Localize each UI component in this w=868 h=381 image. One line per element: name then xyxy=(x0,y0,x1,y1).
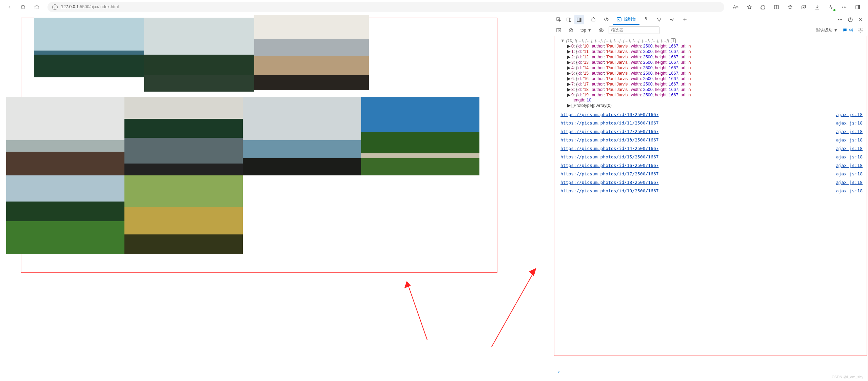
extensions-icon[interactable] xyxy=(757,2,769,13)
log-level-selector[interactable]: 默认级别 ▼ xyxy=(814,26,840,34)
console-settings-icon[interactable] xyxy=(856,25,865,35)
console-url-link[interactable]: https://picsum.photos/id/15/2500/1667 xyxy=(560,155,659,159)
array-summary[interactable]: ▼(10) [{…}, {…}, {…}, {…}, {…}, {…}, {…}… xyxy=(554,38,867,43)
length-line: length: 10 xyxy=(554,98,867,103)
console-url-row-7: https://picsum.photos/id/17/2500/1667aja… xyxy=(554,172,867,176)
console-body: ajax.js:15 ▼(10) [{…}, {…}, {…}, {…}, {…… xyxy=(551,35,868,381)
console-url-link[interactable]: https://picsum.photos/id/10/2500/1667 xyxy=(560,112,659,117)
read-aloud-icon[interactable]: A» xyxy=(730,2,742,13)
source-link[interactable]: ajax.js:18 xyxy=(836,155,863,159)
array-item-4[interactable]: ▶4: {id: '14', author: 'Paul Jarvis', wi… xyxy=(554,65,867,71)
svg-point-14 xyxy=(659,21,659,21)
more-icon[interactable] xyxy=(838,2,850,13)
image-4 xyxy=(124,97,243,175)
collections-icon[interactable] xyxy=(797,2,810,13)
split-screen-icon[interactable] xyxy=(770,2,783,13)
svg-point-21 xyxy=(600,30,602,31)
issues-badge[interactable]: 44 xyxy=(843,28,853,33)
filter-input[interactable] xyxy=(609,26,659,34)
source-link[interactable]: ajax.js:18 xyxy=(836,172,863,176)
svg-point-4 xyxy=(846,7,846,7)
console-sidebar-toggle[interactable] xyxy=(554,25,564,35)
tab-performance[interactable] xyxy=(666,15,678,25)
svg-point-15 xyxy=(838,19,839,20)
tab-elements[interactable] xyxy=(600,15,612,25)
svg-point-22 xyxy=(860,30,861,31)
console-prompt[interactable]: › xyxy=(557,369,560,374)
device-toggle-icon[interactable] xyxy=(564,15,574,24)
array-item-0[interactable]: ▶0: {id: '10', author: 'Paul Jarvis', wi… xyxy=(554,43,867,49)
console-url-row-6: https://picsum.photos/id/16/2500/1667aja… xyxy=(554,163,867,168)
sidebar-toggle-icon[interactable] xyxy=(852,2,864,13)
favorite-icon[interactable] xyxy=(743,2,755,13)
site-info-icon[interactable]: i xyxy=(52,4,58,10)
console-url-link[interactable]: https://picsum.photos/id/17/2500/1667 xyxy=(560,172,659,176)
source-link[interactable]: ajax.js:18 xyxy=(836,163,863,168)
console-url-row-3: https://picsum.photos/id/13/2500/1667aja… xyxy=(554,138,867,142)
prototype-line[interactable]: ▶[[Prototype]]: Array(0) xyxy=(554,103,867,108)
console-url-row-9: https://picsum.photos/id/19/2500/1667aja… xyxy=(554,189,867,193)
browser-toolbar: i 127.0.0.1:5500/ajax/index.html A» xyxy=(0,0,868,14)
image-8 xyxy=(124,175,243,254)
source-link[interactable]: ajax.js:18 xyxy=(836,112,863,117)
console-url-link[interactable]: https://picsum.photos/id/18/2500/1667 xyxy=(560,180,659,185)
back-button[interactable] xyxy=(4,2,15,13)
context-selector[interactable]: top ▼ xyxy=(578,27,594,33)
array-item-8[interactable]: ▶8: {id: '18', author: 'Paul Jarvis', wi… xyxy=(554,87,867,92)
svg-rect-11 xyxy=(579,18,581,21)
home-button[interactable] xyxy=(31,2,42,13)
console-url-row-4: https://picsum.photos/id/14/2500/1667aja… xyxy=(554,146,867,151)
downloads-icon[interactable] xyxy=(811,2,823,13)
tab-welcome[interactable] xyxy=(587,15,599,25)
console-url-link[interactable]: https://picsum.photos/id/14/2500/1667 xyxy=(560,146,659,151)
dock-side-icon[interactable] xyxy=(574,15,584,24)
array-item-1[interactable]: ▶1: {id: '11', author: 'Paul Jarvis', wi… xyxy=(554,49,867,54)
source-link[interactable]: ajax.js:18 xyxy=(836,146,863,151)
array-item-2[interactable]: ▶2: {id: '12', author: 'Paul Jarvis', wi… xyxy=(554,54,867,60)
source-link[interactable]: ajax.js:18 xyxy=(836,138,863,142)
page-viewport: click xyxy=(0,14,551,381)
tab-network[interactable] xyxy=(653,15,665,25)
source-link[interactable]: ajax.js:18 xyxy=(836,180,863,185)
image-2 xyxy=(254,15,369,90)
console-url-link[interactable]: https://picsum.photos/id/12/2500/1667 xyxy=(560,129,659,134)
console-url-link[interactable]: https://picsum.photos/id/16/2500/1667 xyxy=(560,163,659,168)
tab-console[interactable]: 控制台 xyxy=(613,14,639,25)
image-6 xyxy=(361,97,479,175)
array-item-9[interactable]: ▶9: {id: '19', author: 'Paul Jarvis', wi… xyxy=(554,92,867,98)
image-7 xyxy=(6,175,124,254)
devtools-more-icon[interactable] xyxy=(835,15,845,24)
source-link[interactable]: ajax.js:18 xyxy=(836,189,863,193)
console-url-link[interactable]: https://picsum.photos/id/11/2500/1667 xyxy=(560,121,659,125)
favorites-bar-icon[interactable] xyxy=(784,2,796,13)
devtools-panel: 控制台 top ▼ 默认级别 ▼ 44 xyxy=(551,14,868,381)
image-3 xyxy=(6,97,124,175)
console-url-row-0: https://picsum.photos/id/10/2500/1667aja… xyxy=(554,112,867,117)
devtools-help-icon[interactable] xyxy=(846,15,855,24)
svg-rect-12 xyxy=(617,17,621,21)
array-item-7[interactable]: ▶7: {id: '17', author: 'Paul Jarvis', wi… xyxy=(554,81,867,87)
source-link[interactable]: ajax.js:18 xyxy=(836,121,863,125)
source-link[interactable]: ajax.js:18 xyxy=(836,129,863,134)
image-1 xyxy=(144,18,254,92)
url-text: 127.0.0.1:5500/ajax/index.html xyxy=(61,4,119,9)
console-url-link[interactable]: https://picsum.photos/id/19/2500/1667 xyxy=(560,189,659,193)
tab-more[interactable] xyxy=(679,15,691,25)
performance-icon[interactable] xyxy=(825,2,837,13)
address-bar[interactable]: i 127.0.0.1:5500/ajax/index.html xyxy=(47,2,724,12)
live-expression-icon[interactable] xyxy=(596,25,606,35)
console-url-row-1: https://picsum.photos/id/11/2500/1667aja… xyxy=(554,121,867,125)
tab-sources[interactable] xyxy=(640,15,652,25)
devtools-close-icon[interactable] xyxy=(856,15,865,24)
console-url-link[interactable]: https://picsum.photos/id/13/2500/1667 xyxy=(560,138,659,142)
clear-console-icon[interactable] xyxy=(566,25,576,35)
refresh-button[interactable] xyxy=(18,2,28,13)
watermark: CSDN @I_am_shy xyxy=(832,375,863,379)
array-item-3[interactable]: ▶3: {id: '13', author: 'Paul Jarvis', wi… xyxy=(554,60,867,65)
svg-point-3 xyxy=(844,7,845,7)
array-item-6[interactable]: ▶6: {id: '16', author: 'Paul Jarvis', wi… xyxy=(554,76,867,81)
inspect-element-icon[interactable] xyxy=(554,15,564,24)
array-item-5[interactable]: ▶5: {id: '15', author: 'Paul Jarvis', wi… xyxy=(554,71,867,76)
svg-point-17 xyxy=(842,19,842,20)
image-0 xyxy=(34,18,144,77)
